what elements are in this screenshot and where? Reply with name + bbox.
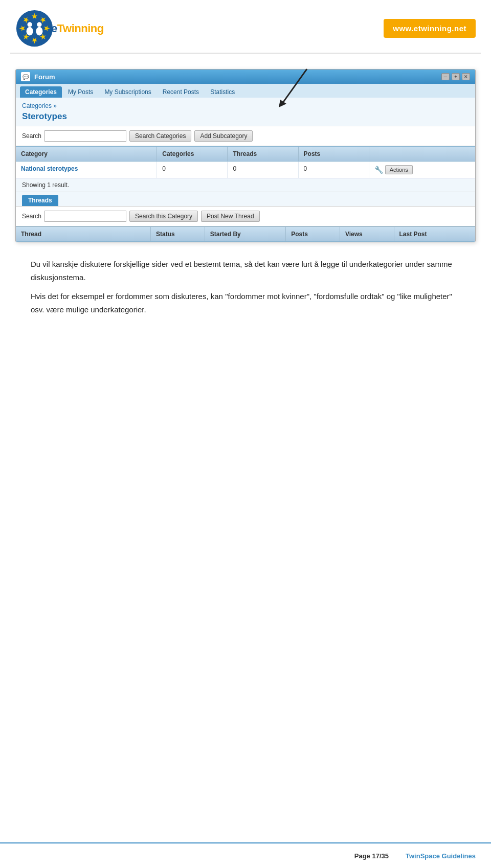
search-label-2: Search [22,213,41,220]
brand-name: TwinSpace Guidelines [406,852,476,860]
logo-area: eTwinning [15,9,104,48]
categories-count-cell: 0 [157,162,228,178]
threads-tab[interactable]: Threads [22,195,58,206]
thread-col-last-post: Last Post [394,227,475,241]
titlebar-left: 💬 Forum [21,72,55,81]
thread-col-views: Views [340,227,394,241]
actions-icon: 🔧 [374,166,383,174]
col-actions-header [369,147,475,161]
breadcrumb-area: Categories » [16,98,475,110]
forum-icon: 💬 [21,72,30,81]
post-new-thread-button[interactable]: Post New Thread [201,211,260,222]
etwinning-logo-icon [15,9,54,48]
search-label: Search [22,132,41,140]
threads-count-cell: 0 [228,162,298,178]
svg-point-9 [27,22,32,27]
actions-cell: 🔧 Actions [369,162,475,178]
search-category-button[interactable]: Search this Category [129,211,198,222]
search-row: Search Search Categories Add Subcategory [16,126,475,146]
tab-statistics[interactable]: Statistics [205,86,240,98]
breadcrumb: Categories » [22,102,57,109]
forum-nav: Categories My Posts My Subscriptions Rec… [16,84,475,98]
tab-my-subscriptions[interactable]: My Subscriptions [99,86,156,98]
tab-categories[interactable]: Categories [20,86,62,98]
categories-table-header: Category Categories Threads Posts [16,146,475,162]
table-row: National sterotypes 0 0 0 🔧 Actions [16,162,475,178]
maximize-button[interactable]: + [452,73,460,80]
page-heading: Sterotypes [16,110,475,126]
thread-col-status: Status [151,227,205,241]
url-badge: www.etwinning.net [384,19,476,38]
tab-my-posts[interactable]: My Posts [63,86,98,98]
svg-point-10 [27,27,33,36]
search-row-2: Search Search this Category Post New Thr… [16,206,475,226]
col-posts: Posts [299,147,369,161]
search-input[interactable] [44,130,126,142]
add-subcategory-button[interactable]: Add Subcategory [194,130,253,142]
search-categories-button[interactable]: Search Categories [129,130,191,142]
logo-text-e: eTwinning [51,22,104,35]
body-text: Du vil kanskje diskutere forskjellige si… [15,242,476,332]
close-button[interactable]: ✕ [462,73,470,80]
forum-title: Forum [34,73,55,81]
header: eTwinning www.etwinning.net [0,0,491,53]
svg-point-12 [36,27,42,36]
forum-body: Categories » Sterotypes Search Search Ca… [16,98,475,242]
threads-table-header: Thread Status Started By Posts Views Las… [16,226,475,242]
col-threads: Threads [228,147,298,161]
thread-col-thread: Thread [16,227,151,241]
thread-col-posts: Posts [286,227,340,241]
posts-count-cell: 0 [299,162,369,178]
minimize-button[interactable]: ─ [441,73,450,80]
threads-tab-row: Threads [16,192,475,206]
tab-recent-posts[interactable]: Recent Posts [158,86,204,98]
forum-window: 💬 Forum ─ + ✕ Categories My Posts My Sub… [15,69,476,242]
category-name-cell[interactable]: National sterotypes [16,162,157,178]
col-categories: Categories [157,147,228,161]
thread-col-started-by: Started By [205,227,286,241]
showing-row: Showing 1 result. [16,178,475,192]
svg-point-11 [37,22,41,27]
col-category: Category [16,147,157,161]
paragraph-1: Du vil kanskje diskutere forskjellige si… [31,258,460,284]
paragraph-2: Hvis det for eksempel er fordommer som d… [31,290,460,316]
footer: Page 17/35 TwinSpace Guidelines [0,842,491,868]
page-indicator: Page 17/35 [354,852,389,860]
actions-button[interactable]: Actions [385,165,413,174]
forum-titlebar: 💬 Forum ─ + ✕ [16,70,475,84]
main-content: 💬 Forum ─ + ✕ Categories My Posts My Sub… [0,54,491,342]
window-controls: ─ + ✕ [441,73,470,80]
search-input-2[interactable] [44,211,126,222]
